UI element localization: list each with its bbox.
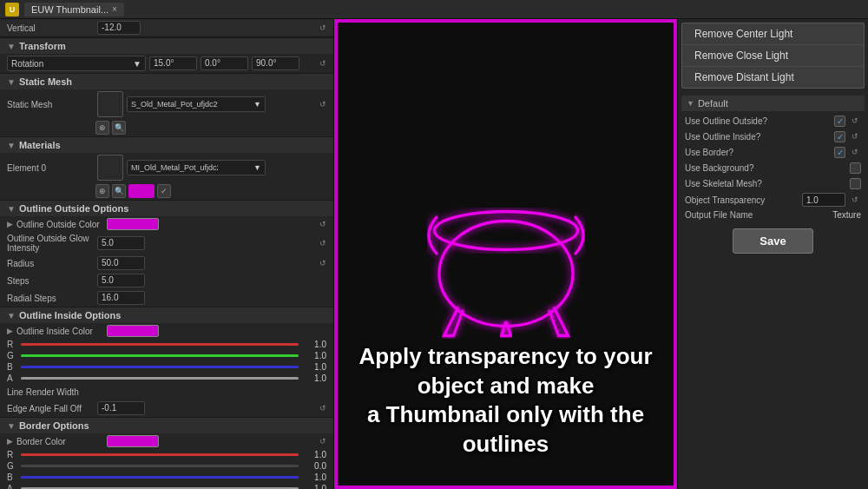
el0-icon4[interactable]: ✓ <box>157 184 171 198</box>
vertical-reset-icon[interactable]: ↺ <box>319 23 326 32</box>
use-border-checkbox[interactable] <box>834 147 845 158</box>
element0-actions: ⊕ 🔍 ✓ <box>95 184 171 198</box>
remove-close-light-item[interactable]: Remove Close Light <box>682 45 864 67</box>
outline-inside-color-swatch[interactable] <box>107 325 159 337</box>
save-button[interactable]: Save <box>733 228 812 254</box>
use-outline-outside-label: Use Outline Outside? <box>685 116 831 126</box>
outline-outside-section[interactable]: ▼ Outline Outside Options <box>0 200 333 216</box>
channel-r-row: R 1.0 <box>0 339 333 350</box>
use-outline-outside-reset[interactable]: ↺ <box>849 116 861 126</box>
remove-center-light-item[interactable]: Remove Center Light <box>682 23 864 45</box>
object-transparency-reset[interactable]: ↺ <box>849 195 861 205</box>
channel-b-label: B <box>7 362 17 372</box>
materials-section[interactable]: ▼ Materials <box>0 136 333 153</box>
rotation-y[interactable]: 0.0° <box>201 56 248 70</box>
element0-icons-row: ⊕ 🔍 ✓ <box>0 182 333 200</box>
static-mesh-reset-icon[interactable]: ↺ <box>319 100 326 109</box>
static-mesh-section[interactable]: ▼ Static Mesh <box>0 73 333 89</box>
channel-g-track <box>21 354 299 357</box>
oic-expand-icon[interactable]: ▶ <box>7 327 13 335</box>
radius-reset-icon[interactable]: ↺ <box>319 259 326 268</box>
radial-steps-label: Radial Steps <box>7 294 94 303</box>
steps-value[interactable]: 5.0 <box>97 274 145 287</box>
static-mesh-arrow-icon: ▼ <box>7 77 16 87</box>
sm-icon2[interactable]: 🔍 <box>112 121 126 135</box>
border-color-swatch[interactable] <box>107 435 159 447</box>
el0-icon2[interactable]: 🔍 <box>112 184 126 198</box>
object-transparency-row: Object Transparency ↺ <box>681 191 865 208</box>
use-outline-inside-row: Use Outline Inside? ↺ <box>681 129 865 144</box>
static-mesh-actions: ⊕ 🔍 <box>95 121 126 135</box>
outline-inside-section[interactable]: ▼ Outline Inside Options <box>0 307 333 323</box>
rotation-z[interactable]: 90.0° <box>252 56 299 70</box>
border-g-row: G 0.0 <box>0 460 333 472</box>
el0-icon3[interactable] <box>128 184 155 198</box>
channel-b-value: 1.0 <box>302 362 326 372</box>
glow-intensity-row: Outline Outside Glow Intensity 5.0 ↺ <box>0 232 333 254</box>
viewport: Apply transparency to your object and ma… <box>334 19 677 489</box>
ooc-expand-icon[interactable]: ▶ <box>7 220 13 228</box>
el0-icon1[interactable]: ⊕ <box>95 184 109 198</box>
outline-outside-color-swatch[interactable] <box>107 218 159 230</box>
border-g-value: 0.0 <box>302 461 326 471</box>
radial-steps-value[interactable]: 16.0 <box>97 291 145 305</box>
border-r-fill <box>21 453 299 456</box>
border-arrow-icon: ▼ <box>7 421 16 431</box>
ooc-reset-icon[interactable]: ↺ <box>319 220 326 228</box>
border-b-fill <box>21 476 299 479</box>
border-g-label: G <box>7 461 17 471</box>
edge-angle-reset-icon[interactable]: ↺ <box>319 404 326 413</box>
materials-arrow-icon: ▼ <box>7 141 16 150</box>
use-outline-outside-checkbox[interactable] <box>834 116 845 127</box>
rotation-reset-icon[interactable]: ↺ <box>319 59 326 68</box>
use-outline-inside-checkbox[interactable] <box>834 131 845 142</box>
rotation-dropdown[interactable]: Rotation ▼ <box>7 56 146 71</box>
object-transparency-input[interactable] <box>802 193 845 207</box>
static-mesh-dropdown[interactable]: S_Old_Metal_Pot_ufjdc2fa_high_Var2 ▼ <box>127 96 266 112</box>
edge-angle-value[interactable]: -0.1 <box>97 401 145 415</box>
static-mesh-dropdown-arrow: ▼ <box>253 100 261 109</box>
outline-outside-color-row: ▶ Outline Outside Color ↺ <box>0 216 333 232</box>
channel-b-fill <box>21 366 299 368</box>
use-background-checkbox[interactable] <box>850 162 861 174</box>
right-props: ▼ Default Use Outline Outside? ↺ Use Out… <box>678 92 868 489</box>
channel-g-label: G <box>7 351 17 360</box>
channel-r-label: R <box>7 340 17 349</box>
static-mesh-icons-row: ⊕ 🔍 <box>0 119 333 136</box>
remove-distant-light-item[interactable]: Remove Distant Light <box>682 67 864 88</box>
border-section[interactable]: ▼ Border Options <box>0 417 333 433</box>
use-background-row: Use Background? <box>681 160 865 175</box>
tab-close-icon[interactable]: × <box>112 4 117 14</box>
use-skeletal-mesh-row: Use Skeletal Mesh? <box>681 175 865 191</box>
main-layout: Vertical -12.0 ↺ ▼ Transform Rotation ▼ … <box>0 19 868 489</box>
outline-outside-title: Outline Outside Options <box>19 203 129 214</box>
static-mesh-label: Static Mesh <box>7 100 94 109</box>
main-tab[interactable]: EUW Thumbnail... × <box>24 3 124 17</box>
border-a-value: 1.0 <box>302 484 326 489</box>
element0-dropdown[interactable]: MI_Old_Metal_Pot_ufjdc2fa_8K ▼ <box>127 160 266 175</box>
glow-intensity-reset-icon[interactable]: ↺ <box>319 239 326 248</box>
rotation-x[interactable]: 15.0° <box>149 56 197 70</box>
use-outline-inside-reset[interactable]: ↺ <box>849 131 861 142</box>
default-section-header: ▼ Default <box>681 96 865 111</box>
viewport-inner: Apply transparency to your object and ma… <box>338 23 674 486</box>
glow-intensity-value[interactable]: 5.0 <box>97 236 145 250</box>
border-color-reset-icon[interactable]: ↺ <box>319 437 326 446</box>
use-skeletal-mesh-checkbox[interactable] <box>850 178 861 189</box>
bc-expand-icon[interactable]: ▶ <box>7 437 13 446</box>
use-border-reset[interactable]: ↺ <box>849 147 861 157</box>
channel-g-fill <box>21 354 299 357</box>
edge-angle-label: Edge Angle Fall Off <box>7 404 94 413</box>
radius-value[interactable]: 50.0 <box>97 256 145 270</box>
channel-a-fill <box>21 377 299 380</box>
default-section-label: Default <box>698 98 728 109</box>
use-outline-inside-label: Use Outline Inside? <box>685 132 831 142</box>
channel-g-value: 1.0 <box>302 351 326 360</box>
border-title: Border Options <box>19 420 89 431</box>
vertical-value[interactable]: -12.0 <box>97 21 141 35</box>
right-panel: Remove Center Light Remove Close Light R… <box>677 19 868 489</box>
tab-label: EUW Thumbnail... <box>31 4 108 15</box>
transform-section[interactable]: ▼ Transform <box>0 37 333 54</box>
top-bar: U EUW Thumbnail... × <box>0 0 868 19</box>
sm-icon1[interactable]: ⊕ <box>95 121 109 135</box>
